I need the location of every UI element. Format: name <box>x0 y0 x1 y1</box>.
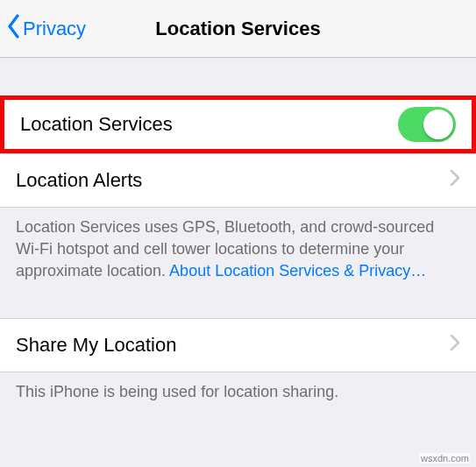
watermark: wsxdn.com <box>419 453 471 463</box>
location-services-toggle[interactable] <box>398 107 456 142</box>
chevron-right-icon <box>450 334 460 357</box>
about-privacy-link[interactable]: About Location Services & Privacy… <box>169 262 426 279</box>
footer-share: This iPhone is being used for location s… <box>0 372 476 415</box>
row-location-alerts[interactable]: Location Alerts <box>0 153 476 208</box>
spacer <box>0 294 476 318</box>
chevron-left-icon <box>7 14 23 44</box>
back-label: Privacy <box>23 18 86 40</box>
nav-bar: Privacy Location Services <box>0 0 476 58</box>
spacer <box>0 58 476 96</box>
chevron-right-icon <box>450 169 460 192</box>
row-share-location[interactable]: Share My Location <box>0 318 476 372</box>
footer-text: This iPhone is being used for location s… <box>16 383 338 400</box>
row-location-services[interactable]: Location Services <box>4 100 472 149</box>
toggle-knob <box>423 110 453 139</box>
highlight-box: Location Services <box>0 96 476 153</box>
row-label: Location Alerts <box>16 169 450 192</box>
row-label: Location Services <box>20 113 398 136</box>
footer-about: Location Services uses GPS, Bluetooth, a… <box>0 208 476 294</box>
back-button[interactable]: Privacy <box>7 14 86 44</box>
row-label: Share My Location <box>16 334 450 357</box>
